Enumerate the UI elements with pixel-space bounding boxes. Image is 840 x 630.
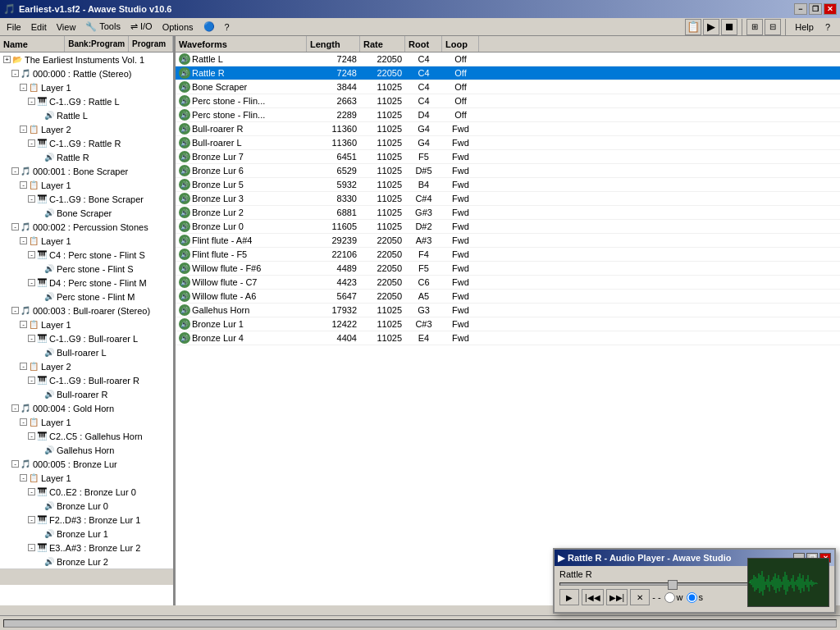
waveform-row-5[interactable]: 🔊 Bull-roarer R 11360 11025 G4 Fwd	[176, 122, 840, 136]
tree-kr-bullL[interactable]: - 🎹 C-1..G9 : Bull-roarer L	[0, 331, 173, 345]
ap-slider-thumb[interactable]	[668, 580, 678, 590]
waveform-row-11[interactable]: 🔊 Bronze Lur 2 6881 11025 G#3 Fwd	[176, 206, 840, 220]
ap-forward-button[interactable]: ▶▶|	[606, 589, 628, 605]
menu-view[interactable]: View	[52, 21, 81, 34]
menu-io[interactable]: ⇌ I/O	[126, 20, 158, 34]
tree-layer1-perc[interactable]: - 📋 Layer 1	[0, 234, 173, 248]
menu-help-text[interactable]: Help	[790, 21, 819, 34]
tree-wave-gallehus[interactable]: 🔊 Gallehus Horn	[0, 443, 173, 457]
tree-keyrange-perc1[interactable]: - 🎹 C4 : Perc stone - Flint S	[0, 248, 173, 262]
waveform-row-16[interactable]: 🔊 Willow flute - C7 4423 22050 C6 Fwd	[176, 276, 840, 290]
ap-radio-s-input[interactable]	[687, 592, 697, 603]
tree-expand-root[interactable]: +	[3, 56, 11, 63]
waveform-row-6[interactable]: 🔊 Bull-roarer L 11360 11025 G4 Fwd	[176, 136, 840, 150]
tree-expand-kr-bronze1[interactable]: -	[28, 516, 35, 523]
tree-expand-bone[interactable]: -	[11, 167, 19, 175]
tree-item-bull[interactable]: - 🎵 000:003 : Bull-roarer (Stereo)	[0, 304, 173, 317]
tree-expand-layer1-bronze[interactable]: -	[20, 474, 27, 482]
tree-expand-layer2-rattle[interactable]: -	[20, 126, 27, 133]
tree-keyrange-perc2[interactable]: - 🎹 D4 : Perc stone - Flint M	[0, 276, 173, 290]
waveform-row-9[interactable]: 🔊 Bronze Lur 5 5932 11025 B4 Fwd	[176, 178, 840, 192]
tree-wave-bronze2[interactable]: 🔊 Bronze Lur 2	[0, 555, 173, 568]
tree-wave-bronze1[interactable]: 🔊 Bronze Lur 1	[0, 527, 173, 541]
tb-icon-2[interactable]: ▶	[703, 19, 719, 35]
tree-expand-layer1-perc[interactable]: -	[20, 237, 27, 244]
tree-expand-perc[interactable]: -	[11, 223, 19, 231]
tree-expand-kr-bullL[interactable]: -	[28, 335, 35, 342]
tree-layer2-bull[interactable]: - 📋 Layer 2	[0, 359, 173, 373]
horizontal-scrollbar[interactable]	[3, 619, 837, 628]
tree-expand-layer1-bull[interactable]: -	[20, 321, 27, 328]
tree-expand-rattle[interactable]: -	[11, 70, 19, 77]
waveform-row-13[interactable]: 🔊 Flint flute - A#4 29239 22050 A#3 Fwd	[176, 234, 840, 248]
col-program[interactable]: Program	[129, 36, 173, 52]
col-bank-program[interactable]: Bank:Program	[65, 36, 129, 52]
tb-icon-1[interactable]: 📋	[685, 19, 701, 35]
col-name[interactable]: Name	[0, 36, 65, 52]
tree-item-bronze[interactable]: - 🎵 000:005 : Bronze Lur	[0, 457, 173, 471]
menu-help-icon[interactable]: 🔵	[199, 20, 220, 34]
tree-item-rattle[interactable]: - 🎵 000:000 : Rattle (Stereo)	[0, 66, 173, 80]
tree-expand-kr-rattleL[interactable]: -	[28, 98, 35, 105]
tree-expand-gold[interactable]: -	[11, 404, 19, 412]
menu-tools[interactable]: 🔧 Tools	[80, 20, 126, 34]
ap-stop-button[interactable]: ✕	[630, 589, 650, 605]
ap-radio-w[interactable]: w	[664, 592, 683, 603]
tree-expand-kr-rattleR[interactable]: -	[28, 139, 35, 147]
tree-expand-kr-gallehus[interactable]: -	[28, 432, 35, 440]
tree-expand-kr-bullR[interactable]: -	[28, 377, 35, 384]
tree-item-gold[interactable]: - 🎵 000:004 : Gold Horn	[0, 401, 173, 415]
tree-wave-bullR[interactable]: 🔊 Bull-roarer R	[0, 387, 173, 401]
tree-expand-layer2-bull[interactable]: -	[20, 363, 27, 370]
ap-play-button[interactable]: ▶	[559, 589, 579, 605]
tree-keyrange-rattle-l[interactable]: - 🎹 C-1..G9 : Rattle L	[0, 94, 173, 108]
tree-layer2-rattle[interactable]: - 📋 Layer 2	[0, 122, 173, 136]
menu-edit[interactable]: Edit	[26, 21, 52, 34]
tree-kr-bronze2[interactable]: - 🎹 E3..A#3 : Bronze Lur 2	[0, 541, 173, 555]
tb-grid-1[interactable]: ⊞	[746, 19, 763, 35]
ap-radio-s[interactable]: s	[687, 592, 704, 603]
menu-file[interactable]: File	[2, 21, 26, 34]
ap-rewind-button[interactable]: |◀◀	[582, 589, 604, 605]
tree-item-bone[interactable]: - 🎵 000:001 : Bone Scraper	[0, 164, 173, 178]
tree-expand-kr-bone[interactable]: -	[28, 195, 35, 203]
tree-expand-layer1-rattle[interactable]: -	[20, 84, 27, 91]
tree-expand-kr-bronze0[interactable]: -	[28, 488, 35, 495]
col-rate[interactable]: Rate	[360, 36, 405, 52]
tree-expand-bull[interactable]: -	[11, 307, 19, 314]
waveform-row-10[interactable]: 🔊 Bronze Lur 3 8330 11025 C#4 Fwd	[176, 192, 840, 206]
waveform-row-14[interactable]: 🔊 Flint flute - F5 22106 22050 F4 Fwd	[176, 248, 840, 262]
tree-item-perc[interactable]: - 🎵 000:002 : Percussion Stones	[0, 220, 173, 234]
tree-expand-layer1-gold[interactable]: -	[20, 418, 27, 426]
menu-help-q[interactable]: ?	[220, 21, 235, 34]
tree-expand-kr-perc2[interactable]: -	[28, 279, 35, 286]
menu-options[interactable]: Options	[158, 21, 199, 34]
waveform-row-3[interactable]: 🔊 Perc stone - Flin... 2663 11025 C4 Off	[176, 94, 840, 108]
tree-wave-perc1[interactable]: 🔊 Perc stone - Flint S	[0, 262, 173, 276]
tree-wave-rattleL[interactable]: 🔊 Rattle L	[0, 108, 173, 122]
close-button[interactable]: ✕	[824, 3, 837, 15]
col-waveforms[interactable]: Waveforms	[176, 36, 307, 52]
tree-wave-bone[interactable]: 🔊 Bone Scraper	[0, 206, 173, 220]
tree-keyrange-rattle-r[interactable]: - 🎹 C-1..G9 : Rattle R	[0, 136, 173, 150]
tree-kr-gallehus[interactable]: - 🎹 C2..C5 : Gallehus Horn	[0, 429, 173, 443]
tree-expand-kr-perc1[interactable]: -	[28, 251, 35, 258]
waveform-row-1[interactable]: 🔊 Rattle R 7248 22050 C4 Off	[176, 66, 840, 80]
waveform-row-15[interactable]: 🔊 Willow flute - F#6 4489 22050 F5 Fwd	[176, 262, 840, 276]
tree-kr-bullR[interactable]: - 🎹 C-1..G9 : Bull-roarer R	[0, 373, 173, 387]
waveform-row-19[interactable]: 🔊 Bronze Lur 1 12422 11025 C#3 Fwd	[176, 317, 840, 331]
tree-expand-layer1-bone[interactable]: -	[20, 181, 27, 189]
waveform-row-4[interactable]: 🔊 Perc stone - Flin... 2289 11025 D4 Off	[176, 108, 840, 122]
tree-wave-bronze0[interactable]: 🔊 Bronze Lur 0	[0, 499, 173, 513]
waveform-row-7[interactable]: 🔊 Bronze Lur 7 6451 11025 F5 Fwd	[176, 150, 840, 164]
tree-layer1-gold[interactable]: - 📋 Layer 1	[0, 415, 173, 429]
tree-wave-bullL[interactable]: 🔊 Bull-roarer L	[0, 345, 173, 359]
col-loop[interactable]: Loop	[442, 36, 479, 52]
waveform-row-17[interactable]: 🔊 Willow flute - A6 5647 22050 A5 Fwd	[176, 290, 840, 304]
menu-help-q2[interactable]: ?	[820, 21, 835, 34]
tree-expand-bronze[interactable]: -	[11, 460, 19, 468]
col-root[interactable]: Root	[405, 36, 442, 52]
tree-layer1-bone[interactable]: - 📋 Layer 1	[0, 178, 173, 192]
tree-wave-rattleR[interactable]: 🔊 Rattle R	[0, 150, 173, 164]
tb-icon-3[interactable]: ⏹	[721, 19, 737, 35]
